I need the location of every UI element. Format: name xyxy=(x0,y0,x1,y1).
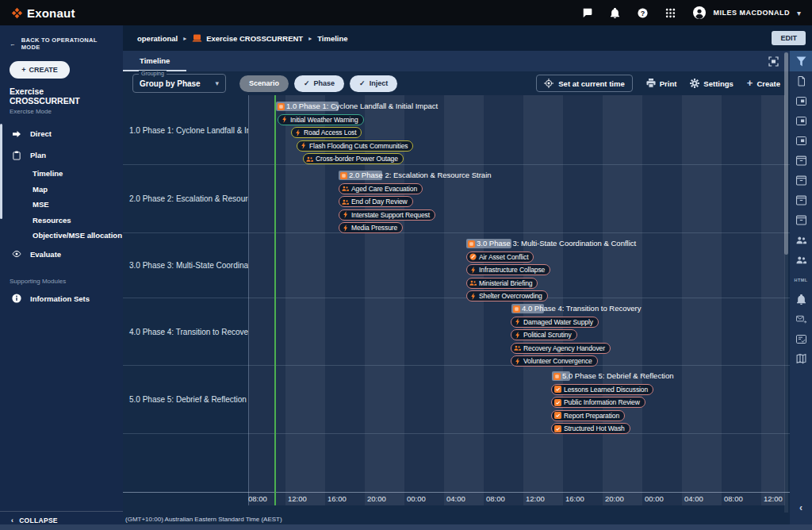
settings-button[interactable]: Settings xyxy=(690,79,733,88)
vertical-scrollbar[interactable] xyxy=(784,52,788,513)
user-menu[interactable]: MILES MACDONALD ▾ xyxy=(693,6,801,19)
html-module-icon[interactable]: HTML xyxy=(790,270,812,290)
set-at-current-time-button[interactable]: Set at current time xyxy=(536,75,632,92)
inject-cross-border-power-outage[interactable]: Cross-border Power Outage xyxy=(303,153,404,164)
chat-icon[interactable] xyxy=(582,8,592,18)
exercise-mode-label: Exercise Mode xyxy=(10,108,113,115)
inject-ministerial-briefing[interactable]: Ministerial Briefing xyxy=(466,278,538,289)
apps-grid-icon[interactable] xyxy=(665,8,676,18)
bolt-icon xyxy=(469,293,477,300)
scrollbar-thumb[interactable] xyxy=(784,52,788,255)
archive-rail-icon[interactable] xyxy=(790,171,812,190)
collapse-sidebar-button[interactable]: ‹ COLLAPSE xyxy=(0,511,123,524)
inject-label: Volunteer Convergence xyxy=(523,357,592,365)
sidebar-item-evaluate[interactable]: Evaluate xyxy=(0,244,123,265)
circleslash-icon xyxy=(469,253,477,260)
inject-label: Aged Care Evacuation xyxy=(351,185,417,193)
inject-lessons-learned-discussion[interactable]: Lessons Learned Discussion xyxy=(551,384,653,395)
print-button[interactable]: Print xyxy=(646,79,677,88)
book-rail-icon[interactable] xyxy=(790,349,812,369)
people-icon xyxy=(469,279,477,286)
sidebar-item-plan[interactable]: Plan xyxy=(0,144,123,166)
card-rail-icon[interactable] xyxy=(790,131,812,151)
breadcrumb-exercise[interactable]: Exercise CROSSCURRENT xyxy=(206,34,303,43)
phase-icon xyxy=(513,305,520,313)
sidebar-item-objective-mse-allocation[interactable]: Objective/MSE allocation xyxy=(0,228,123,244)
tab-timeline[interactable]: Timeline xyxy=(123,51,186,71)
back-to-operational-mode-button[interactable]: ← BACK TO OPERATIONAL MODE xyxy=(0,25,123,51)
axis-tick-label: 20:00 xyxy=(367,494,386,503)
inject-flash-flooding-cuts-communities[interactable]: Flash Flooding Cuts Communities xyxy=(297,140,413,152)
sidebar-item-timeline[interactable]: Timeline xyxy=(0,166,123,182)
column-divider xyxy=(248,95,249,505)
create-inject-button[interactable]: + Create xyxy=(747,79,780,88)
inject-political-scrutiny[interactable]: Political Scrutiny xyxy=(511,329,577,340)
breadcrumb-timeline[interactable]: Timeline xyxy=(317,34,347,43)
people-icon xyxy=(514,344,521,351)
timezone-label: (GMT+10:00) Australian Eastern Standard … xyxy=(123,516,790,524)
phase-icon xyxy=(278,103,285,110)
create-label: Create xyxy=(756,79,780,88)
create-button[interactable]: + CREATE xyxy=(10,61,70,79)
inject-road-access-lost[interactable]: Road Access Lost xyxy=(291,127,362,138)
sidebar-item-mse[interactable]: MSE xyxy=(0,197,123,213)
bolt-icon xyxy=(342,211,349,218)
sidebar-item-label: Plan xyxy=(30,151,46,159)
inject-recovery-agency-handover[interactable]: Recovery Agency Handover xyxy=(511,343,611,354)
inject-report-preparation[interactable]: Report Preparation xyxy=(551,410,625,421)
edit-button[interactable]: EDIT xyxy=(772,31,806,45)
bolt-icon xyxy=(514,318,521,325)
axis-tick-label: 04:00 xyxy=(446,494,465,503)
inject-damaged-water-supply[interactable]: Damaged Water Supply xyxy=(511,317,599,328)
mailfwd-rail-icon[interactable] xyxy=(790,309,812,329)
bell-rail-icon[interactable] xyxy=(790,290,812,309)
user-name: MILES MACDONALD xyxy=(713,9,790,17)
fullscreen-icon[interactable] xyxy=(768,56,779,67)
notifications-bell-icon[interactable] xyxy=(610,8,620,18)
filter-rail-icon[interactable] xyxy=(790,51,812,71)
inject-infrastructure-collapse[interactable]: Infrastructure Collapse xyxy=(466,264,550,275)
chip-label: Phase xyxy=(314,79,335,87)
group-rail-icon[interactable] xyxy=(790,250,812,270)
cardcheck-rail-icon[interactable] xyxy=(790,329,812,349)
sidebar-subitem-label: Resources xyxy=(33,216,71,225)
rail-collapse-chevron-icon[interactable]: ‹ xyxy=(799,502,802,513)
sidebar-item-information-sets[interactable]: Information Sets xyxy=(0,288,123,309)
inject-air-asset-conflict[interactable]: Air Asset Conflict xyxy=(466,252,534,263)
card-rail-icon[interactable] xyxy=(790,91,812,111)
filter-chip-inject[interactable]: ✓Inject xyxy=(350,75,397,92)
card-rail-icon[interactable] xyxy=(790,111,812,131)
inject-label: Air Asset Conflict xyxy=(479,253,528,261)
archive-rail-icon[interactable] xyxy=(790,190,812,210)
sidebar-item-resources[interactable]: Resources xyxy=(0,213,123,229)
sidebar-item-direct[interactable]: Direct xyxy=(0,123,123,144)
phase-icon xyxy=(553,373,561,380)
filter-chip-scenario[interactable]: Scenario xyxy=(239,75,289,92)
group-rail-icon[interactable] xyxy=(790,230,812,250)
grouping-select[interactable]: Grouping Group by Phase ▾ xyxy=(132,74,226,93)
breadcrumb-separator-icon: ▸ xyxy=(308,35,312,42)
axis-tick-label: 12:00 xyxy=(288,494,307,503)
inject-initial-weather-warning[interactable]: Initial Weather Warning xyxy=(278,114,364,125)
arrow-left-icon: ← xyxy=(10,40,16,48)
inject-volunteer-convergence[interactable]: Volunteer Convergence xyxy=(511,355,598,367)
inject-label: Media Pressure xyxy=(351,224,397,232)
inject-aged-care-evacuation[interactable]: Aged Care Evacuation xyxy=(339,183,423,194)
sidebar-item-map[interactable]: Map xyxy=(0,182,123,198)
inject-public-information-review[interactable]: Public Information Review xyxy=(551,397,645,408)
time-band xyxy=(603,95,642,505)
filter-chip-phase[interactable]: ✓Phase xyxy=(294,75,344,92)
doc-rail-icon[interactable] xyxy=(790,71,812,91)
archive-rail-icon[interactable] xyxy=(790,210,812,230)
inject-label: Lessons Learned Discussion xyxy=(564,386,648,394)
inject-shelter-overcrowding[interactable]: Shelter Overcrowding xyxy=(466,290,548,301)
inject-interstate-support-request[interactable]: Interstate Support Request xyxy=(339,209,435,221)
inject-media-pressure[interactable]: Media Pressure xyxy=(339,222,403,233)
inject-end-of-day-review[interactable]: End of Day Review xyxy=(339,196,413,207)
help-icon[interactable]: ? xyxy=(638,8,648,18)
horizontal-scrollbar[interactable] xyxy=(0,524,812,530)
archive-rail-icon[interactable] xyxy=(790,151,812,171)
inject-structured-hot-wash[interactable]: Structured Hot Wash xyxy=(551,423,630,434)
chip-label: Scenario xyxy=(249,79,279,87)
breadcrumb-operational[interactable]: operational xyxy=(137,34,178,43)
